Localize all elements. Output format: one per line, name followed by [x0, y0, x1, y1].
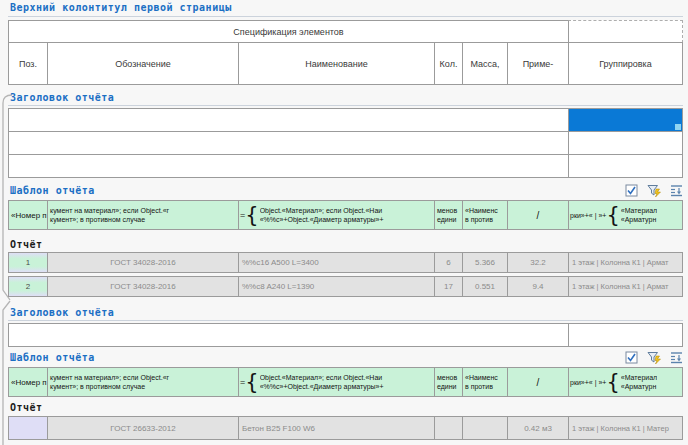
title-row: [8, 108, 683, 132]
rollup-rows-icon[interactable]: [670, 351, 683, 364]
title-cell[interactable]: [8, 108, 569, 132]
selected-cell[interactable]: [568, 108, 683, 132]
checkbox-checked-icon[interactable]: [625, 184, 638, 197]
template-qty-line2: едини: [437, 215, 460, 224]
spec-col-qty[interactable]: Кол.: [434, 42, 463, 85]
template-toolbar-1: [625, 184, 683, 197]
report-cell-name: Бетон B25 F100 W6: [238, 416, 435, 440]
template-qty-line1: менов: [437, 206, 460, 215]
title-row: [8, 154, 683, 178]
brace-glyph: {: [245, 205, 258, 225]
template-cell-pos[interactable]: «Номер п: [8, 200, 48, 230]
template-pos-text: «Номер п: [11, 211, 47, 220]
title-cell[interactable]: [8, 131, 569, 155]
template-row: «Номер п кумент на материал»; если Objec…: [8, 200, 683, 230]
report-label-1: Отчёт: [10, 239, 43, 250]
report-title-label-2: Заголовок отчёта: [10, 307, 114, 318]
template-label-1: Шаблон отчёта: [10, 185, 95, 196]
band-label-report-title-2: Заголовок отчёта: [10, 307, 114, 318]
report-cell-qty: 6: [434, 252, 463, 273]
template-table-1: «Номер п кумент на материал»; если Objec…: [8, 200, 683, 230]
report-title-label-1: Заголовок отчёта: [10, 92, 114, 103]
template-group-line1: «Материал: [621, 373, 657, 382]
band-label-report-2: Отчёт: [10, 402, 43, 413]
template-cell-designation[interactable]: кумент на материал»; если Object.«г куме…: [47, 367, 239, 397]
report-row-2: 2 ГОСТ 34028-2016 %%c8 A240 L=1390 17 0.…: [8, 276, 683, 297]
spec-col-group[interactable]: Группировка: [568, 42, 683, 85]
spec-col-designation[interactable]: Обозначение: [47, 42, 239, 85]
template-cell-qty[interactable]: менов едини: [434, 200, 463, 230]
slash-glyph: /: [537, 210, 540, 221]
spec-col-mass[interactable]: Масса,: [462, 42, 508, 85]
template-toolbar-2: [625, 351, 683, 364]
template-designation-line2: кумент»; в противном случае: [50, 215, 236, 224]
spec-col-pos[interactable]: Поз.: [8, 42, 48, 85]
title-row: [8, 131, 683, 155]
template-name-line2: «%%c»+Object.«Диаметр арматуры»+: [260, 215, 384, 224]
selection-handle[interactable]: [675, 124, 681, 130]
spec-title-cell[interactable]: Спецификация элементов: [8, 20, 569, 43]
page-header-label: Верхний колонтитул первой страницы: [10, 2, 232, 13]
report-table-2: ГОСТ 26633-2012 Бетон B25 F100 W6 0.42 м…: [8, 416, 683, 440]
template-cell-qty[interactable]: менов едини: [434, 367, 463, 397]
template-cell-note[interactable]: /: [507, 367, 569, 397]
spec-col-note[interactable]: Приме-: [507, 42, 569, 85]
template-group-prefix: рки»+« | »+: [570, 211, 606, 220]
report-cell-name: %%c16 A500 L=3400: [238, 252, 435, 273]
report-table-1: 1 ГОСТ 34028-2016 %%c16 A500 L=3400 6 5.…: [8, 252, 683, 297]
template-name-line1: Object.«Материал»; если Object.«Наи: [260, 373, 384, 382]
report-cell-mass: 5.366: [462, 252, 508, 273]
template-cell-mass[interactable]: «Наименс в против: [462, 200, 508, 230]
spec-col-name[interactable]: Наименование: [238, 42, 435, 85]
band-rule: [8, 16, 683, 17]
report-cell-note: 0.42 м3: [507, 416, 569, 440]
spec-extra-cell[interactable]: [568, 20, 683, 43]
band-rule: [8, 105, 683, 106]
band-label-template-2: Шаблон отчёта: [10, 352, 95, 363]
title-cell[interactable]: [8, 323, 569, 347]
title-cell[interactable]: [568, 131, 683, 155]
title-row: [8, 323, 683, 347]
report-cell-designation: ГОСТ 26633-2012: [47, 416, 239, 440]
report-cell-qty: 17: [434, 276, 463, 297]
rollup-rows-icon[interactable]: [670, 184, 683, 197]
title-cell[interactable]: [568, 323, 683, 347]
title-cell[interactable]: [568, 154, 683, 178]
slash-glyph: /: [537, 377, 540, 388]
template-mass-line1: «Наименс: [465, 373, 505, 382]
template-qty-line2: едини: [437, 382, 460, 391]
template-cell-note[interactable]: /: [507, 200, 569, 230]
template-table-2: «Номер п кумент на материал»; если Objec…: [8, 367, 683, 397]
template-cell-designation[interactable]: кумент на материал»; если Object.«г куме…: [47, 200, 239, 230]
template-row: «Номер п кумент на материал»; если Objec…: [8, 367, 683, 397]
report-cell-qty: [434, 416, 463, 440]
report-cell-group: 1 этаж | Колонна К1 | Матер: [568, 416, 683, 440]
template-cell-mass[interactable]: «Наименс в против: [462, 367, 508, 397]
template-cell-name[interactable]: = { Object.«Материал»; если Object.«Наи …: [238, 367, 435, 397]
report-cell-pos: 2: [8, 276, 48, 297]
template-designation-line1: кумент на материал»; если Object.«г: [50, 373, 236, 382]
filter-flash-icon[interactable]: [647, 184, 661, 197]
template-cell-group[interactable]: рки»+« | »+ { «Материал «Арматурн: [568, 200, 683, 230]
report-cell-name: %%c8 A240 L=1390: [238, 276, 435, 297]
report-cell-note: 9.4: [507, 276, 569, 297]
band-label-report-1: Отчёт: [10, 239, 43, 250]
brace-glyph: {: [606, 205, 619, 225]
template-name-line2: «%%c»+Object.«Диаметр арматуры»+: [260, 382, 384, 391]
template-cell-group[interactable]: рки»+« | »+ { «Материал «Арматурн: [568, 367, 683, 397]
report-cell-pos: [8, 416, 48, 440]
band-label-report-title-1: Заголовок отчёта: [10, 92, 114, 103]
title-cell[interactable]: [8, 154, 569, 178]
spec-title-row: Спецификация элементов: [8, 20, 683, 43]
band-label-page-header: Верхний колонтитул первой страницы: [10, 2, 232, 13]
template-group-line2: «Арматурн: [621, 215, 657, 224]
report-cell-designation: ГОСТ 34028-2016: [47, 276, 239, 297]
filter-flash-icon[interactable]: [647, 351, 661, 364]
template-cell-pos[interactable]: «Номер п: [8, 367, 48, 397]
report-title-table-2: [8, 323, 683, 347]
report-cell-pos: 1: [8, 252, 48, 273]
checkbox-checked-icon[interactable]: [625, 351, 638, 364]
template-cell-name[interactable]: = { Object.«Материал»; если Object.«Наи …: [238, 200, 435, 230]
template-pos-text: «Номер п: [11, 378, 47, 387]
spec-header-row: Поз. Обозначение Наименование Кол. Масса…: [8, 42, 683, 85]
